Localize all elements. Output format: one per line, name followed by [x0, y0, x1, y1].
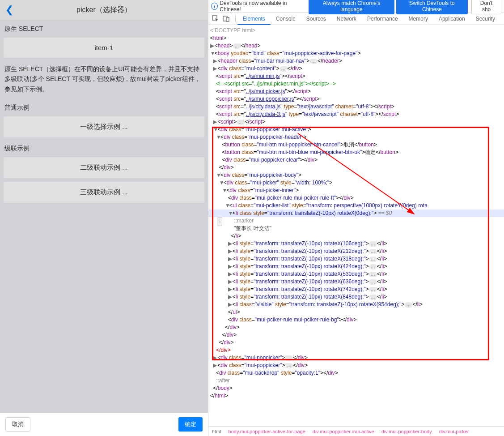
- cancel-button[interactable]: 取消: [5, 417, 30, 432]
- tab-elements[interactable]: Elements: [237, 13, 271, 25]
- dom-node[interactable]: ▶<li style="transform: translateZ(-10px)…: [208, 270, 504, 278]
- dom-node[interactable]: "董事长 叶文洁": [208, 225, 504, 232]
- dom-node[interactable]: ▶<li style="transform: translateZ(-10px)…: [208, 255, 504, 263]
- dom-node[interactable]: ▶<li style="transform: translateZ(-10px)…: [208, 240, 504, 248]
- dom-node[interactable]: <button class="mui-btn mui-btn-blue mui-…: [208, 149, 504, 156]
- info-bar: i DevTools is now available in Chinese! …: [208, 0, 504, 13]
- dom-node[interactable]: </div>: [208, 331, 504, 339]
- breadcrumb-item[interactable]: body.mui-poppicker-active-for-page: [229, 429, 305, 434]
- dom-node[interactable]: <button class="mui-btn mui-poppicker-btn…: [208, 141, 504, 149]
- breadcrumb-item[interactable]: html: [212, 429, 221, 434]
- dom-node[interactable]: </div>: [208, 339, 504, 346]
- splitter-handle[interactable]: ⋮: [217, 217, 222, 226]
- dom-node[interactable]: <div class="mui-pciker-rule mui-pciker-r…: [208, 316, 504, 324]
- devtools-panel: i DevTools is now available in Chinese! …: [208, 0, 504, 436]
- elements-tree[interactable]: <!DOCTYPE html><html>▶<head>…</head>▼<bo…: [208, 25, 504, 426]
- dom-node[interactable]: ▼<li class style="transform: translateZ(…: [208, 209, 504, 217]
- dom-node[interactable]: <script src="../js/mui.min.js"></script>: [208, 73, 504, 80]
- device-toggle-icon[interactable]: [223, 15, 230, 22]
- tab-network[interactable]: Network: [331, 13, 362, 25]
- dom-node[interactable]: </body>: [208, 385, 504, 392]
- info-icon: i: [211, 3, 218, 10]
- dom-node[interactable]: <div class="mui-pciker-rule mui-pciker-r…: [208, 194, 504, 202]
- tab-console[interactable]: Console: [271, 13, 301, 25]
- dom-node[interactable]: ▶<li style="transform: translateZ(-10px)…: [208, 248, 504, 255]
- tab-memory[interactable]: Memory: [403, 13, 433, 25]
- dom-node[interactable]: ▼<body youdao="bind" class="mui-poppicke…: [208, 50, 504, 57]
- dom-node[interactable]: ▶<div class="mui-content">…</div>: [208, 65, 504, 73]
- mobile-app-panel: ❮ picker（选择器） 原生 SELECT item-1 原生 SELECT…: [0, 0, 208, 436]
- dom-node[interactable]: <!DOCTYPE html>: [208, 27, 504, 34]
- dom-node[interactable]: </div>: [208, 164, 504, 171]
- dom-node[interactable]: ▼<div class="mui-poppicker-body">: [208, 171, 504, 179]
- dom-node[interactable]: ::marker: [208, 217, 504, 225]
- dom-node[interactable]: ▼<div class="mui-poppicker-header">: [208, 133, 504, 141]
- devtools-tab-bar: ElementsConsoleSourcesNetworkPerformance…: [208, 13, 504, 25]
- info-text: DevTools is now available in Chinese!: [220, 0, 307, 13]
- dom-node[interactable]: </div>: [208, 324, 504, 331]
- dom-node[interactable]: </ul>: [208, 308, 504, 316]
- dom-node[interactable]: <html>: [208, 34, 504, 42]
- dom-node[interactable]: ▼<div class="mui-poppicker mui-active">: [208, 126, 504, 133]
- dom-node[interactable]: <script src="../js/mui.poppicker.js"></s…: [208, 95, 504, 103]
- dom-node[interactable]: </div>: [208, 346, 504, 354]
- dom-node[interactable]: ▼<div class="mui-picker" style="width: 1…: [208, 179, 504, 187]
- svg-rect-2: [226, 17, 229, 21]
- dom-node[interactable]: ▶<div class="mui-poppicker">…</div>: [208, 354, 504, 362]
- tab-performance[interactable]: Performance: [362, 13, 403, 25]
- tab-sources[interactable]: Sources: [301, 13, 331, 25]
- ok-button[interactable]: 确定: [178, 417, 203, 432]
- breadcrumb-item[interactable]: div.mui-poppicker-body: [381, 429, 432, 434]
- breadcrumb-item[interactable]: div.mui-picker: [439, 429, 469, 434]
- dom-node[interactable]: ▶<header class="mui-bar mui-bar-nav">…</…: [208, 57, 504, 65]
- tab-application[interactable]: Application: [433, 13, 470, 25]
- dom-node[interactable]: ▶<li style="transform: translateZ(-10px)…: [208, 263, 504, 270]
- inspect-icon[interactable]: [212, 15, 219, 22]
- breadcrumb-item[interactable]: div.mui-poppicker.mui-active: [313, 429, 374, 434]
- picker-footer: 取消 确定: [0, 413, 208, 436]
- dom-node[interactable]: ::after: [208, 377, 504, 385]
- dom-node[interactable]: </li>: [208, 232, 504, 240]
- dom-node[interactable]: ▶<li style="transform: translateZ(-10px)…: [208, 278, 504, 286]
- tab-security[interactable]: Security: [470, 13, 500, 25]
- dom-node[interactable]: <div class="mui-backdrop" style="opacity…: [208, 369, 504, 377]
- breadcrumb-bar: htmlbody.mui-poppicker-active-for-pagedi…: [208, 426, 504, 436]
- dom-node[interactable]: <div class="mui-poppicker-clear"></div>: [208, 156, 504, 164]
- dom-node[interactable]: <!--<script src="../js/mui.picker.min.js…: [208, 80, 504, 88]
- dom-node[interactable]: ▶<li style="transform: translateZ(-10px)…: [208, 293, 504, 301]
- dom-node[interactable]: <script src="../js/mui.picker.js"></scri…: [208, 88, 504, 95]
- dom-node[interactable]: ▼<ul class="mui-pciker-list" style="tran…: [208, 202, 504, 209]
- dom-node[interactable]: ▶<li style="transform: translateZ(-10px)…: [208, 286, 504, 293]
- modal-backdrop[interactable]: [0, 0, 208, 436]
- dom-node[interactable]: ▶<li class="visible" style="transform: t…: [208, 301, 504, 308]
- dom-node[interactable]: ▶<head>…</head>: [208, 42, 504, 50]
- dom-node[interactable]: ▶<div class="mui-poppicker">…</div>: [208, 362, 504, 369]
- dom-node[interactable]: ▼<div class="mui-picker-inner">: [208, 187, 504, 194]
- dom-node[interactable]: <script src="../js/city.data-3.js" type=…: [208, 111, 504, 118]
- dom-node[interactable]: <script src="../js/city.data.js" type="t…: [208, 103, 504, 111]
- dom-node[interactable]: </html>: [208, 392, 504, 400]
- dom-node[interactable]: ▶<script>…</script>: [208, 118, 504, 126]
